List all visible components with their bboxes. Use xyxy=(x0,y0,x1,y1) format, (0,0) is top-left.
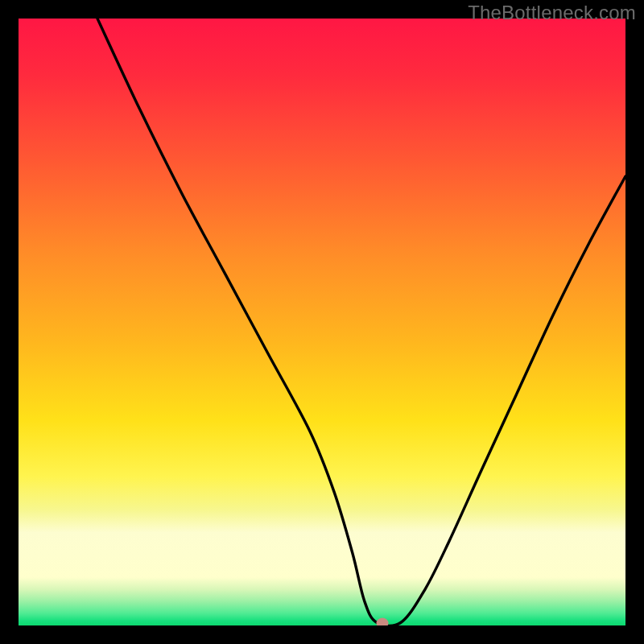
bottleneck-curve xyxy=(97,19,625,625)
optimal-point-marker xyxy=(377,617,389,625)
plot-area xyxy=(19,19,625,625)
chart-frame: TheBottleneck.com xyxy=(0,0,644,644)
watermark-text: TheBottleneck.com xyxy=(468,2,636,24)
curve-svg xyxy=(19,19,625,625)
